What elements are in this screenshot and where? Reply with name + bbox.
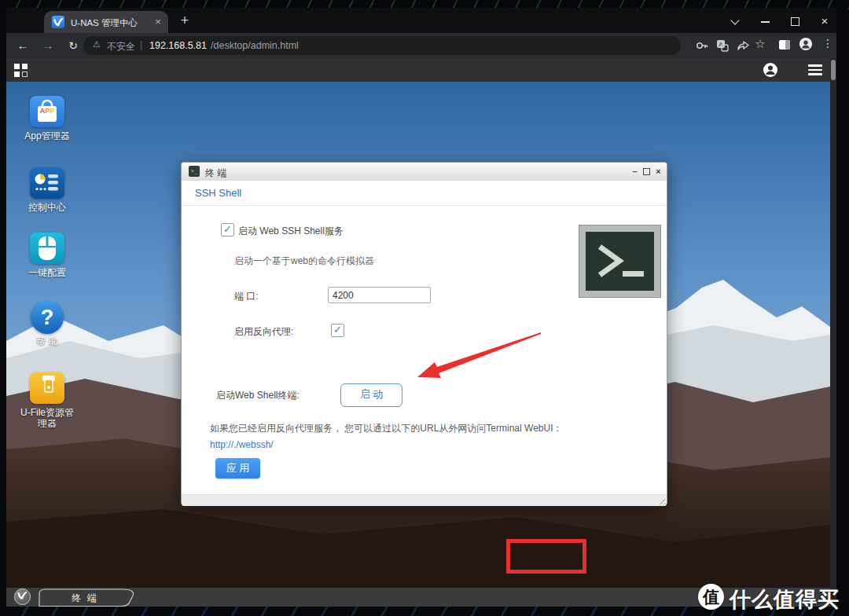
- control-center-icon: [30, 167, 64, 199]
- scrollbar-thumb[interactable]: [831, 60, 836, 80]
- browser-profile-avatar[interactable]: [799, 37, 813, 51]
- terminal-preview-icon: [579, 225, 661, 298]
- dialog-close-icon[interactable]: ×: [653, 167, 663, 177]
- new-tab-button[interactable]: +: [177, 13, 193, 28]
- url-divider: |: [140, 39, 142, 50]
- tab-ssh-shell[interactable]: SSH Shell: [195, 187, 241, 199]
- reverse-proxy-hint: 如果您已经启用反向代理服务， 您可以通过以下的URL从外网访问Terminal …: [210, 422, 650, 435]
- dialog-title: 终 端: [205, 167, 226, 180]
- web-shell-label: 启动Web Shell终端:: [216, 389, 300, 402]
- enable-ssh-checkbox[interactable]: ✓: [221, 223, 234, 236]
- desktop-icon-label: 一键配置: [12, 267, 83, 278]
- os-desktop-edge-bottom: [0, 605, 849, 616]
- browser-address-bar: ← → ↻ ⚠ 不安全 | 192.168.5.81 /desktop/admi…: [6, 33, 836, 58]
- app-manager-icon: APP: [30, 96, 64, 127]
- tab-close-icon[interactable]: ×: [153, 16, 164, 28]
- terminal-dialog: >_ 终 端 – × SSH Shell ✓ 启动 Web SSH Shell服…: [181, 162, 667, 505]
- terminal-mini-icon: >_: [189, 166, 200, 177]
- page-scrollbar[interactable]: [830, 58, 836, 607]
- window-close-icon[interactable]: ×: [818, 16, 831, 27]
- desktop-icon-label: 帮 助: [12, 336, 83, 346]
- ufile-folder-icon: [30, 372, 64, 404]
- desktop-icon-ufile-manager[interactable]: U-File资源管理器: [12, 372, 83, 429]
- dialog-footer: [182, 494, 667, 506]
- question-mark-glyph: ?: [31, 301, 64, 334]
- ssh-description: 启动一个基于web的命令行模拟器: [234, 255, 374, 268]
- url-path: /desktop/admin.html: [211, 40, 299, 51]
- dialog-minimize-icon[interactable]: –: [630, 167, 640, 177]
- desktop-icon-label: App管理器: [12, 130, 83, 141]
- app-grid-icon[interactable]: [14, 64, 28, 77]
- browser-menu-dots-icon[interactable]: ⋮: [822, 37, 832, 50]
- port-input[interactable]: [328, 287, 431, 303]
- help-icon: ?: [30, 301, 64, 332]
- desktop-icon-control-center[interactable]: 控制中心: [12, 167, 83, 213]
- taskbar-window-tab-terminal[interactable]: 终 端: [38, 588, 142, 607]
- resize-handle[interactable]: [657, 497, 665, 504]
- menu-list-icon[interactable]: [808, 64, 822, 78]
- window-minimize-icon[interactable]: [759, 16, 771, 27]
- user-account-icon[interactable]: [763, 62, 778, 78]
- enable-ssh-label: 启动 Web SSH Shell服务: [238, 225, 344, 238]
- back-icon[interactable]: ←: [14, 37, 31, 54]
- window-maximize-icon[interactable]: [788, 16, 801, 27]
- annotation-red-rectangle: [506, 539, 586, 574]
- browser-tab[interactable]: U-NAS 管理中心 ×: [44, 11, 168, 33]
- desktop-icon-one-key-config[interactable]: 一键配置: [12, 233, 83, 278]
- one-key-config-icon: [30, 233, 64, 264]
- sidebar-icon[interactable]: [777, 38, 792, 52]
- desktop-icon-label: 控制中心: [12, 202, 83, 213]
- reverse-proxy-checkbox[interactable]: ✓: [331, 324, 344, 337]
- start-button[interactable]: 启 动: [340, 383, 402, 407]
- apply-button[interactable]: 应 用: [215, 458, 260, 478]
- port-label: 端 口:: [234, 290, 259, 303]
- desktop-icon-help[interactable]: ? 帮 助: [12, 301, 83, 346]
- dialog-tab-row: SSH Shell: [182, 181, 667, 206]
- desktop-icon-app-manager[interactable]: APP App管理器: [12, 96, 83, 141]
- unas-favicon-icon: [52, 16, 64, 28]
- security-warning-icon: ⚠: [93, 39, 101, 50]
- tab-title: U-NAS 管理中心: [71, 17, 153, 29]
- security-label: 不安全: [107, 40, 135, 53]
- window-chevron-down-icon[interactable]: [729, 16, 741, 27]
- url-field[interactable]: ⚠ 不安全 | 192.168.5.81 /desktop/admin.html: [83, 36, 681, 55]
- share-icon[interactable]: [736, 38, 750, 53]
- smzdm-watermark-text: 什么值得买: [730, 585, 840, 614]
- smzdm-badge-icon: 值: [698, 584, 724, 610]
- reload-icon[interactable]: ↻: [64, 37, 82, 54]
- dialog-maximize-icon[interactable]: [641, 167, 652, 177]
- taskbar-tab-label: 终 端: [38, 592, 132, 605]
- key-icon[interactable]: [695, 38, 709, 53]
- reverse-proxy-label: 启用反向代理:: [234, 325, 293, 339]
- unas-taskbar-logo-icon[interactable]: [14, 588, 31, 605]
- nas-top-toolbar: [6, 58, 830, 82]
- dialog-title-bar[interactable]: >_ 终 端 – ×: [182, 163, 667, 182]
- app-badge: APP: [30, 107, 64, 115]
- desktop-icon-label: U-File资源管理器: [17, 407, 77, 429]
- url-host: 192.168.5.81: [149, 40, 207, 51]
- bookmark-star-icon[interactable]: ☆: [753, 37, 767, 51]
- browser-window: U-NAS 管理中心 × + × ← → ↻ ⚠ 不安全 | 192.168.5…: [6, 8, 836, 607]
- browser-tab-strip: U-NAS 管理中心 × + ×: [6, 8, 836, 33]
- translate-icon[interactable]: A: [715, 38, 730, 53]
- webssh-link[interactable]: http://./webssh/: [210, 439, 274, 450]
- forward-icon[interactable]: →: [39, 37, 57, 54]
